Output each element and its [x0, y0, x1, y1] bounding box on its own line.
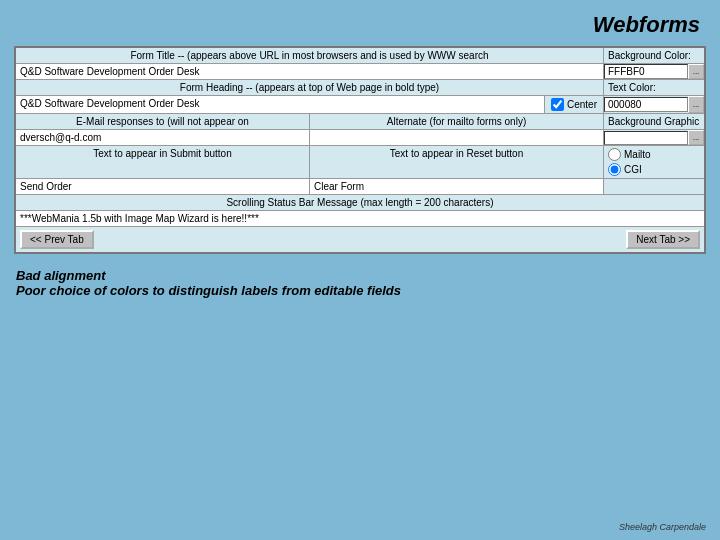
- form-heading-input[interactable]: Q&D Software Development Order Desk: [16, 96, 544, 113]
- mailto-radio-item[interactable]: Mailto: [608, 148, 700, 161]
- commentary-line1: Bad alignment: [16, 268, 704, 283]
- submit-text-label: Text to appear in Submit button: [16, 146, 310, 178]
- scrolling-input[interactable]: ***WebMania 1.5b with Image Map Wizard i…: [16, 211, 704, 226]
- scrolling-label-row: Scrolling Status Bar Message (max length…: [16, 195, 704, 211]
- form-title-input[interactable]: Q&D Software Development Order Desk: [16, 64, 604, 79]
- form-title-label-row: Form Title -- (appears above URL in most…: [16, 48, 704, 64]
- form-heading-input-row: Q&D Software Development Order Desk Cent…: [16, 96, 704, 114]
- center-label: Center: [567, 99, 597, 110]
- submit-input[interactable]: Send Order: [16, 179, 310, 194]
- alt-label: Alternate (for mailto forms only): [310, 114, 604, 129]
- form-heading-label: Form Heading -- (appears at top of Web p…: [16, 80, 604, 95]
- cgi-radio-item[interactable]: CGI: [608, 163, 700, 176]
- email-label: E-Mail responses to (will not appear on: [16, 114, 310, 129]
- reset-text-label: Text to appear in Reset button: [310, 146, 604, 178]
- center-checkbox-area[interactable]: Center: [544, 96, 604, 113]
- bg-color-label: Background Color:: [604, 48, 704, 63]
- mailto-radio[interactable]: [608, 148, 621, 161]
- form-container: Form Title -- (appears above URL in most…: [14, 46, 706, 254]
- reset-input[interactable]: Clear Form: [310, 179, 604, 194]
- text-color-button[interactable]: ...: [688, 96, 704, 113]
- prev-tab-button[interactable]: << Prev Tab: [20, 230, 94, 249]
- form-title-label: Form Title -- (appears above URL in most…: [16, 48, 604, 63]
- cgi-radio[interactable]: [608, 163, 621, 176]
- text-color-label: Text Color:: [604, 80, 704, 95]
- bg-graphic-input[interactable]: [604, 131, 688, 145]
- bg-graphic-value-row: ...: [604, 130, 704, 145]
- commentary-line2: Poor choice of colors to distinguish lab…: [16, 283, 704, 298]
- text-color-value-row: 000080 ...: [604, 96, 704, 113]
- email-label-row: E-Mail responses to (will not appear on …: [16, 114, 704, 130]
- scrolling-input-row: ***WebMania 1.5b with Image Map Wizard i…: [16, 211, 704, 227]
- bg-color-value-row: FFFBF0 ...: [604, 64, 704, 79]
- email-input-row: dversch@q-d.com ...: [16, 130, 704, 146]
- mailto-radio-label: Mailto: [624, 149, 651, 160]
- page-title: Webforms: [0, 0, 720, 46]
- text-color-input[interactable]: 000080: [604, 97, 688, 112]
- bg-graphic-button[interactable]: ...: [688, 130, 704, 145]
- bottom-nav: << Prev Tab Next Tab >>: [16, 227, 704, 252]
- form-title-input-row: Q&D Software Development Order Desk FFFB…: [16, 64, 704, 80]
- scrolling-label: Scrolling Status Bar Message (max length…: [16, 195, 704, 210]
- next-tab-button[interactable]: Next Tab >>: [626, 230, 700, 249]
- bg-color-input[interactable]: FFFBF0: [604, 64, 688, 79]
- alt-input[interactable]: [310, 130, 604, 145]
- email-input[interactable]: dversch@q-d.com: [16, 130, 310, 145]
- bg-color-button[interactable]: ...: [688, 64, 704, 79]
- center-checkbox[interactable]: [551, 98, 564, 111]
- radio-panel: Mailto CGI: [604, 146, 704, 178]
- attribution: Sheelagh Carpendale: [619, 522, 706, 532]
- submit-label-row: Text to appear in Submit button Text to …: [16, 146, 704, 179]
- submit-input-row: Send Order Clear Form: [16, 179, 704, 195]
- commentary-section: Bad alignment Poor choice of colors to d…: [0, 254, 720, 302]
- form-heading-label-row: Form Heading -- (appears at top of Web p…: [16, 80, 704, 96]
- bg-graphic-label: Background Graphic: [604, 114, 704, 129]
- cgi-radio-label: CGI: [624, 164, 642, 175]
